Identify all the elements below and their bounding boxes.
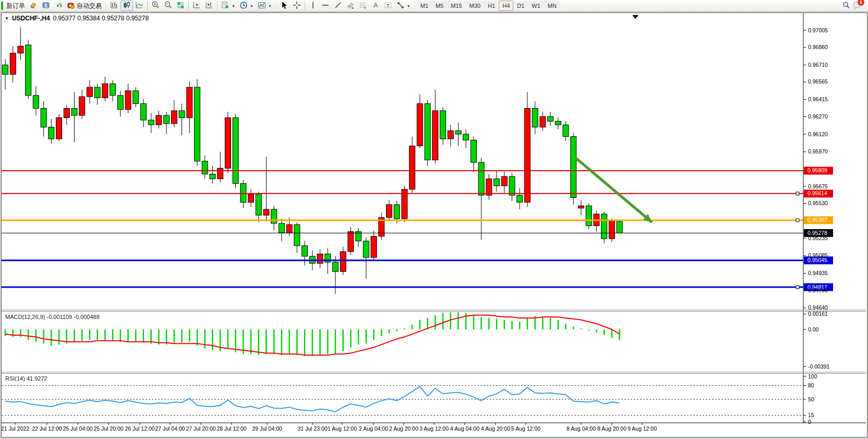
timeframe-m30[interactable]: M30: [466, 1, 484, 11]
crosshair-icon: [293, 1, 301, 11]
svg-text:0: 0: [808, 419, 811, 425]
zoom-in-icon: [151, 1, 160, 11]
text-icon: A: [371, 1, 380, 11]
toolbar-separator: [217, 1, 218, 10]
autotrading-label: 自动交易: [77, 2, 102, 10]
timeframe-mn[interactable]: MN: [544, 1, 560, 11]
clock-icon: [239, 1, 248, 11]
timeframe-w1[interactable]: W1: [528, 1, 544, 11]
line-chart-icon: [135, 1, 143, 11]
zoom-in-button[interactable]: [149, 1, 162, 11]
svg-text:E: E: [352, 6, 354, 9]
community-icon: [42, 1, 50, 11]
svg-text:0.95970: 0.95970: [808, 148, 828, 155]
bar-chart-button[interactable]: [108, 1, 120, 11]
periods-button[interactable]: ▼: [237, 1, 256, 11]
signals-button[interactable]: [52, 1, 65, 11]
timeframe-m5[interactable]: M5: [432, 1, 447, 11]
svg-text:0.97005: 0.97005: [808, 27, 828, 33]
svg-text:0.95675: 0.95675: [808, 183, 828, 189]
new-order-label: 新订单: [6, 2, 25, 10]
arrows-button[interactable]: ▼: [394, 1, 413, 11]
autotrading-button[interactable]: 自动交易: [65, 1, 104, 11]
svg-text:0.00161: 0.00161: [808, 311, 828, 317]
autotrading-icon: [67, 1, 75, 11]
timeframe-m15[interactable]: M15: [447, 1, 465, 11]
dropdown-caret: ▼: [250, 4, 254, 8]
text-label-icon: T: [384, 1, 392, 11]
svg-text:25 Jul 04:00: 25 Jul 04:00: [63, 425, 92, 432]
dropdown-caret: ▼: [232, 4, 235, 8]
svg-text:0.95387: 0.95387: [807, 217, 827, 223]
svg-text:F: F: [364, 6, 366, 9]
timeframe-d1[interactable]: D1: [513, 1, 528, 11]
tile-windows-button[interactable]: [174, 1, 187, 11]
svg-text:0.95085: 0.95085: [808, 252, 828, 258]
svg-text:21 Jul 2022: 21 Jul 2022: [2, 425, 29, 432]
rsi-indicator-label: RSI(14) 41.9272: [5, 375, 47, 382]
svg-text:28 Jul 12:00: 28 Jul 12:00: [216, 425, 246, 432]
timeframe-h1[interactable]: H1: [484, 1, 499, 11]
svg-text:0.95809: 0.95809: [807, 167, 827, 173]
svg-text:0.95614: 0.95614: [807, 190, 827, 196]
svg-text:0.00: 0.00: [808, 326, 819, 333]
chat-button[interactable]: 1: [852, 1, 862, 11]
svg-text:25 Jul 20:00: 25 Jul 20:00: [93, 425, 123, 432]
templates-button[interactable]: ▼: [256, 1, 274, 11]
zoom-out-button[interactable]: [162, 1, 174, 11]
gold-bar-icon: [29, 1, 38, 11]
text-button[interactable]: A: [369, 1, 382, 11]
svg-text:27 Jul 04:00: 27 Jul 04:00: [155, 425, 185, 432]
chart-title: ▼ USDCHF-,H4 0.95377 0.95384 0.95278 0.9…: [5, 15, 149, 22]
crosshair-button[interactable]: [291, 1, 303, 11]
collapse-triangle-icon[interactable]: ▼: [5, 16, 9, 21]
horizontal-line-button[interactable]: [319, 1, 332, 11]
trendline-button[interactable]: [332, 1, 344, 11]
search-button[interactable]: [840, 1, 852, 11]
community-button[interactable]: [40, 1, 52, 11]
svg-text:0.95530: 0.95530: [808, 200, 828, 206]
svg-text:100: 100: [808, 373, 817, 379]
svg-text:9 Aug 12:00: 9 Aug 12:00: [628, 425, 657, 432]
vertical-line-icon: [309, 1, 317, 11]
svg-text:0.96270: 0.96270: [808, 113, 828, 120]
search-icon: [842, 1, 850, 11]
fibonacci-button[interactable]: F: [357, 1, 369, 11]
new-chart-button[interactable]: ▼: [219, 1, 237, 11]
chart-shift-icon: [192, 1, 201, 11]
clipped-button[interactable]: [1, 2, 3, 10]
svg-text:0.94935: 0.94935: [808, 270, 828, 276]
svg-text:0.96565: 0.96565: [808, 78, 828, 85]
svg-text:31 Jul 23:00: 31 Jul 23:00: [297, 425, 327, 432]
svg-text:0.96860: 0.96860: [808, 44, 828, 50]
cursor-icon: [280, 1, 288, 11]
chart-shift-button[interactable]: [190, 1, 203, 11]
toolbar-grip: [105, 2, 107, 10]
zoom-out-icon: [164, 1, 172, 11]
svg-text:2 Aug 20:00: 2 Aug 20:00: [389, 425, 418, 432]
svg-text:-0.00391: -0.00391: [808, 363, 830, 370]
timeframe-h4[interactable]: H4: [499, 1, 513, 11]
toolbar-grip: [414, 2, 416, 10]
svg-text:0.96120: 0.96120: [808, 131, 828, 137]
timeframe-m1[interactable]: M1: [417, 1, 432, 11]
market-button[interactable]: [27, 1, 40, 11]
equidistant-channel-button[interactable]: E: [344, 1, 357, 11]
cursor-button[interactable]: [278, 1, 291, 11]
svg-text:T: T: [387, 3, 390, 8]
new-chart-icon: [221, 1, 230, 11]
svg-text:0.95235: 0.95235: [808, 235, 828, 241]
svg-text:26 Jul 12:00: 26 Jul 12:00: [125, 425, 154, 432]
chart-canvas[interactable]: 0.958090.956140.953870.952780.950450.948…: [2, 13, 866, 436]
auto-scroll-button[interactable]: [203, 1, 215, 11]
line-chart-button[interactable]: [133, 1, 146, 11]
vertical-line-button[interactable]: [307, 1, 319, 11]
svg-text:A: A: [373, 2, 378, 9]
trendline-icon: [334, 1, 342, 11]
new-order-button[interactable]: 新订单: [4, 1, 27, 11]
text-label-button[interactable]: T: [382, 1, 394, 11]
candlestick-button[interactable]: [120, 1, 133, 11]
svg-text:50: 50: [808, 396, 814, 402]
svg-text:4 Aug 04:00: 4 Aug 04:00: [450, 425, 479, 432]
main-toolbar: 新订单 自动交易 ▼ ▼: [0, 0, 868, 12]
